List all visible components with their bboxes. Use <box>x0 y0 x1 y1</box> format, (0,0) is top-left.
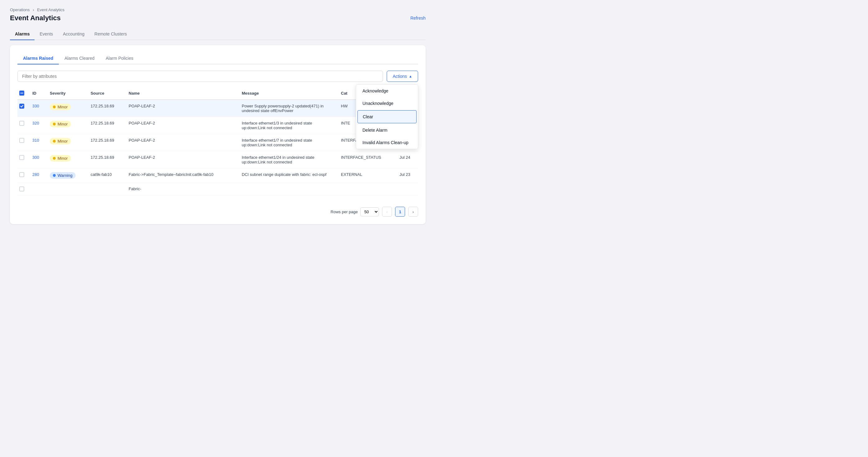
rows-per-page: Rows per page 10 25 50 100 <box>331 207 379 217</box>
header-id: ID <box>29 87 46 99</box>
row-checkbox[interactable] <box>19 104 24 109</box>
severity-dot <box>53 123 56 125</box>
severity-badge: Minor <box>50 121 71 127</box>
alarm-name: POAP-LEAF-2 <box>125 99 238 117</box>
severity-badge: Minor <box>50 155 71 162</box>
page-1-button[interactable]: 1 <box>395 207 405 217</box>
alarm-id-link[interactable]: 300 <box>32 155 39 160</box>
alarm-id-link[interactable]: 310 <box>32 138 39 143</box>
row-checkbox[interactable] <box>19 138 24 143</box>
actions-button[interactable]: Actions ▲ <box>387 71 418 82</box>
alarm-message <box>238 183 337 196</box>
header-severity: Severity <box>46 87 87 99</box>
alarm-name: POAP-LEAF-2 <box>125 117 238 134</box>
alarm-source: 172.25.18.69 <box>87 151 125 168</box>
alarm-source: 172.25.18.69 <box>87 99 125 117</box>
severity-label: Minor <box>58 156 68 161</box>
alarm-source <box>87 183 125 196</box>
alarm-message: Interface ethernet1/3 in undesired state… <box>238 117 337 134</box>
tab-alarm-policies[interactable]: Alarm Policies <box>100 53 139 64</box>
severity-label: Minor <box>58 122 68 126</box>
alarm-category <box>337 183 396 196</box>
rows-per-page-label: Rows per page <box>331 209 358 214</box>
row-checkbox[interactable] <box>19 155 24 160</box>
alarm-message: Power Supply powersupply-2 updated(471) … <box>238 99 337 117</box>
alarm-id-link[interactable]: 280 <box>32 172 39 177</box>
dropdown-clear[interactable]: Clear <box>358 110 416 123</box>
alarm-name: Fabric->Fabric_Template~fabricInit:cat9k… <box>125 168 238 183</box>
breadcrumb: Operations › Event Analytics <box>10 7 426 12</box>
tab-alarms-cleared[interactable]: Alarms Cleared <box>59 53 100 64</box>
tab-accounting[interactable]: Accounting <box>58 28 89 40</box>
alarm-date: Jul 24 <box>396 151 418 168</box>
header-checkbox-cell <box>18 87 29 99</box>
filter-input[interactable] <box>18 71 383 82</box>
dropdown-unacknowledge[interactable]: Unacknowledge <box>356 97 418 110</box>
dropdown-invalid-alarms[interactable]: Invalid Alarms Clean-up <box>356 136 418 149</box>
severity-dot <box>53 174 56 177</box>
pagination: Rows per page 10 25 50 100 ‹ 1 › <box>18 202 418 217</box>
breadcrumb-separator: › <box>33 7 34 12</box>
alarm-message: Interface ethernet1/24 in undesired stat… <box>238 151 337 168</box>
toolbar: Actions ▲ Acknowledge Unacknowledge Clea… <box>18 71 418 82</box>
alarm-id-link[interactable]: 320 <box>32 121 39 125</box>
alarm-name: POAP-LEAF-2 <box>125 151 238 168</box>
severity-label: Warning <box>58 173 72 178</box>
header-source: Source <box>87 87 125 99</box>
actions-chevron: ▲ <box>409 75 412 78</box>
row-checkbox[interactable] <box>19 121 24 126</box>
alarm-category: INTERFACE_STATUS <box>337 151 396 168</box>
severity-badge: Minor <box>50 104 71 110</box>
row-checkbox[interactable] <box>19 187 24 192</box>
main-card: Alarms Raised Alarms Cleared Alarm Polic… <box>10 45 426 224</box>
prev-page-button[interactable]: ‹ <box>382 207 392 217</box>
tab-alarms-raised[interactable]: Alarms Raised <box>18 53 59 64</box>
dropdown-acknowledge[interactable]: Acknowledge <box>356 85 418 97</box>
row-checkbox[interactable] <box>19 172 24 177</box>
alarm-source: 172.25.18.69 <box>87 134 125 151</box>
page-header: Event Analytics Refresh <box>10 14 426 22</box>
dropdown-delete-alarm[interactable]: Delete Alarm <box>356 124 418 136</box>
alarm-source: 172.25.18.69 <box>87 117 125 134</box>
inner-tabs: Alarms Raised Alarms Cleared Alarm Polic… <box>18 53 418 64</box>
table-row: 300Minor172.25.18.69POAP-LEAF-2Interface… <box>18 151 418 168</box>
breadcrumb-current: Event Analytics <box>37 7 64 12</box>
severity-badge: Warning <box>50 172 75 179</box>
tab-remote-clusters[interactable]: Remote Clusters <box>90 28 132 40</box>
refresh-button[interactable]: Refresh <box>410 16 426 21</box>
table-row: Fabric- <box>18 183 418 196</box>
severity-dot <box>53 157 56 160</box>
severity-dot <box>53 140 56 143</box>
severity-dot <box>53 106 56 108</box>
alarm-message: DCI subnet range duplicate with fabric: … <box>238 168 337 183</box>
alarm-date: Jul 23 <box>396 168 418 183</box>
alarm-id-link[interactable]: 330 <box>32 104 39 108</box>
alarm-category: EXTERNAL <box>337 168 396 183</box>
severity-label: Minor <box>58 105 68 109</box>
severity-badge: Minor <box>50 138 71 144</box>
header-name: Name <box>125 87 238 99</box>
header-message: Message <box>238 87 337 99</box>
actions-label: Actions <box>393 74 407 79</box>
tab-events[interactable]: Events <box>34 28 58 40</box>
rows-per-page-select[interactable]: 10 25 50 100 <box>360 207 379 217</box>
alarm-source: cat9k-fab10 <box>87 168 125 183</box>
select-all-checkbox[interactable] <box>19 91 24 95</box>
next-page-button[interactable]: › <box>408 207 418 217</box>
page-title: Event Analytics <box>10 14 61 22</box>
alarm-message: Interface ethernet1/7 in undesired state… <box>238 134 337 151</box>
alarm-date <box>396 183 418 196</box>
alarm-name: POAP-LEAF-2 <box>125 134 238 151</box>
severity-label: Minor <box>58 139 68 144</box>
table-row: 280Warningcat9k-fab10Fabric->Fabric_Temp… <box>18 168 418 183</box>
svg-rect-0 <box>20 93 23 93</box>
actions-dropdown: Acknowledge Unacknowledge Clear Delete A… <box>356 84 418 149</box>
top-tabs: Alarms Events Accounting Remote Clusters <box>10 28 426 40</box>
breadcrumb-root[interactable]: Operations <box>10 7 30 12</box>
alarm-name: Fabric- <box>125 183 238 196</box>
tab-alarms[interactable]: Alarms <box>10 28 34 40</box>
